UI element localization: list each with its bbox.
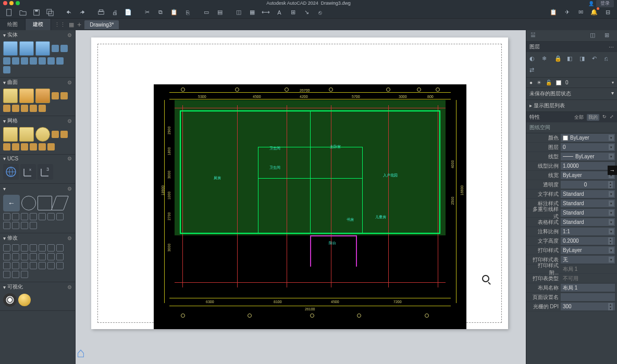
mesh-sphere-tool[interactable] xyxy=(35,127,50,142)
publish-icon[interactable]: 📄 xyxy=(124,8,132,17)
line-tool[interactable] xyxy=(3,213,10,220)
surf-network-tool[interactable] xyxy=(3,89,18,103)
surf-trim-tool[interactable] xyxy=(30,105,37,112)
wedge-tool[interactable] xyxy=(21,57,28,65)
chamfer-tool[interactable] xyxy=(56,244,64,252)
redo-icon[interactable] xyxy=(78,8,87,17)
mesh-box-tool[interactable] xyxy=(3,127,18,142)
gear-icon[interactable]: ⚙ xyxy=(67,80,72,85)
gear-icon[interactable]: ⚙ xyxy=(67,118,72,124)
extrude-tool[interactable] xyxy=(19,41,34,56)
region-tool[interactable] xyxy=(21,222,28,229)
expand-icon[interactable]: ⤢ xyxy=(610,114,614,121)
move-tool[interactable] xyxy=(3,244,10,252)
mesh-refine-tool[interactable] xyxy=(52,131,59,138)
point-tool[interactable] xyxy=(47,213,55,220)
gear-icon[interactable]: ⚙ xyxy=(67,235,72,241)
mleader-icon[interactable]: ↘ xyxy=(302,8,311,17)
box-tool[interactable] xyxy=(3,41,18,56)
prop-linetype-field[interactable]: ByLayer▾ xyxy=(561,153,615,160)
offset-tool[interactable] xyxy=(12,253,19,260)
surf-plane-tool[interactable] xyxy=(52,92,59,99)
sweep-tool[interactable] xyxy=(35,41,50,56)
polysolid-tool[interactable] xyxy=(39,57,46,65)
help-icon[interactable]: ⊟ xyxy=(603,8,612,17)
multiline-tool[interactable] xyxy=(12,222,19,229)
prop-dimstyle-field[interactable]: Standard▾ xyxy=(561,199,615,207)
mesh-merge-tool[interactable] xyxy=(21,143,28,150)
filter-all-button[interactable]: 全部 xyxy=(574,114,584,121)
layout-icon[interactable]: ▭ xyxy=(202,8,211,17)
tab-grid-icon[interactable]: ▦ xyxy=(69,21,74,28)
surf-sweep-tool[interactable] xyxy=(35,89,50,103)
gear-icon[interactable]: ⚙ xyxy=(67,156,72,161)
mesh-smooth-tool[interactable] xyxy=(19,127,34,142)
drawing-canvas[interactable]: 26700 5300 4500 4200 5700 3000 800 26100… xyxy=(76,30,526,364)
ucs-world-tool[interactable] xyxy=(3,164,19,180)
layer-match-icon[interactable]: ⎌ xyxy=(604,55,613,62)
cone-tool[interactable] xyxy=(52,45,59,52)
layer-icon[interactable]: ▤ xyxy=(216,8,224,17)
prop-space[interactable]: 图纸空间 xyxy=(526,122,617,133)
prop-transparency-field[interactable]: 0▴▾ xyxy=(561,181,615,189)
gear-icon[interactable]: ⚙ xyxy=(67,186,72,192)
gear-icon[interactable]: ⚙ xyxy=(67,284,72,290)
layer-lock-icon[interactable]: 🔒 xyxy=(554,55,563,62)
copy-tool[interactable] xyxy=(39,253,46,260)
save-icon[interactable] xyxy=(32,8,41,17)
document-tab[interactable]: Drawing3* xyxy=(84,20,119,29)
circle-tool[interactable] xyxy=(21,196,36,210)
surf-loft-tool[interactable] xyxy=(19,89,34,103)
sheet-icon[interactable]: 📋 xyxy=(549,8,558,17)
layer-prev-icon[interactable]: ↶ xyxy=(592,55,600,62)
surf-offset-tool[interactable] xyxy=(12,105,19,112)
mesh-collapse-tool[interactable] xyxy=(39,143,46,150)
prop-textheight-field[interactable]: 0.2000▴▾ xyxy=(561,237,615,245)
plot-icon[interactable] xyxy=(97,8,105,17)
mirror-tool[interactable] xyxy=(39,244,46,252)
paste-icon[interactable]: 📋 xyxy=(170,8,178,17)
surf-blend-tool[interactable] xyxy=(60,92,68,99)
xline-tool[interactable] xyxy=(3,222,10,229)
prop-ltscale-field[interactable]: 1.0000 xyxy=(561,162,615,170)
arc-tool[interactable] xyxy=(21,213,28,220)
presspull-tool[interactable] xyxy=(3,66,10,73)
show-layer-list-row[interactable]: ▸ 显示图层列表 xyxy=(526,100,617,112)
light-tool[interactable] xyxy=(18,294,31,306)
ray-tool[interactable] xyxy=(56,213,64,220)
scale-tool[interactable] xyxy=(21,253,28,260)
xref-icon[interactable]: ⎋ xyxy=(316,8,324,17)
prop-plottable-field[interactable]: 无▾ xyxy=(561,256,615,263)
ucs-axis-tool[interactable]: x xyxy=(20,164,36,180)
login-button[interactable]: 登录 xyxy=(596,0,614,7)
spline-tool[interactable] xyxy=(30,213,37,220)
back-button[interactable]: ← xyxy=(3,195,20,211)
maximize-window-button[interactable] xyxy=(16,1,20,5)
prop-layer-field[interactable]: 0▾ xyxy=(561,143,615,151)
join-tool[interactable] xyxy=(21,262,28,269)
open-icon[interactable] xyxy=(19,8,27,17)
revolve-tool[interactable] xyxy=(47,57,55,65)
new-icon[interactable] xyxy=(5,8,14,17)
tab-menu-icon[interactable]: ⋮⋮ xyxy=(54,21,66,28)
panel-menu-icon[interactable]: ⋯ xyxy=(609,44,614,50)
surf-fillet-tool[interactable] xyxy=(39,105,46,112)
mesh-extrude-tool[interactable] xyxy=(12,143,19,150)
hatchedit-tool[interactable] xyxy=(3,271,10,278)
rotate-tool[interactable] xyxy=(12,244,19,252)
explode-tool[interactable] xyxy=(56,253,64,260)
prop-rasterdpi-field[interactable]: 300▴▾ xyxy=(561,303,615,310)
fillet-tool[interactable] xyxy=(47,244,55,252)
undo-icon[interactable] xyxy=(65,8,73,17)
dropdown-icon[interactable]: ▾ xyxy=(612,80,614,85)
match-icon[interactable]: ⎘ xyxy=(183,8,192,17)
send-icon[interactable]: ✈ xyxy=(563,8,571,17)
mesh-close-tool[interactable] xyxy=(30,143,37,150)
hatch-icon[interactable]: ▦ xyxy=(248,8,256,17)
mesh-crease-tool[interactable] xyxy=(60,131,68,138)
panel-tab-layers-icon[interactable]: ☱ xyxy=(530,32,539,40)
layer-off-icon[interactable]: ◐ xyxy=(529,55,538,62)
loft-tool[interactable] xyxy=(56,57,64,65)
dim-icon[interactable]: ⟷ xyxy=(262,8,270,17)
prop-tablestyle-field[interactable]: Standard▾ xyxy=(561,218,615,226)
